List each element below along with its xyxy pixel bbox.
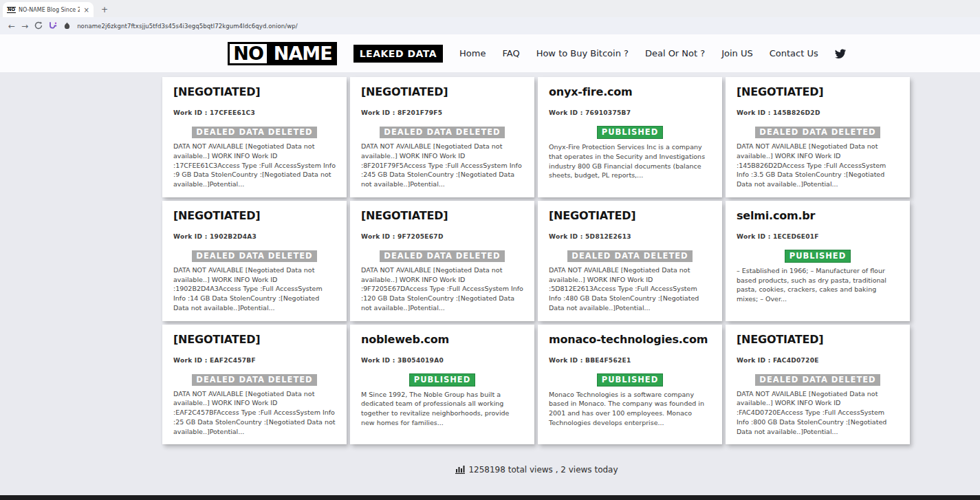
status-badge: DEALED DATA DELETED bbox=[755, 374, 880, 386]
reload-icon[interactable] bbox=[34, 21, 43, 31]
leaked-data-badge: LEAKED DATA bbox=[353, 45, 443, 63]
leak-card[interactable]: [NEGOTIATED] Work ID : 1902B2D4A3 DEALED… bbox=[162, 201, 347, 321]
nav-faq[interactable]: FAQ bbox=[502, 48, 519, 58]
card-description: M Since 1992, The Noble Group has built … bbox=[361, 390, 523, 428]
work-id: Work ID : FAC4D0720E bbox=[737, 357, 899, 364]
nav-contact-us[interactable]: Contact Us bbox=[770, 48, 818, 58]
nav-deal-or-not[interactable]: Deal Or Not ? bbox=[645, 48, 705, 58]
views-text: 1258198 total views , 2 views today bbox=[468, 465, 618, 475]
card-description: DATA NOT AVAILABLE [Negotiated Data not … bbox=[173, 389, 336, 437]
work-id: Work ID : 1902B2D4A3 bbox=[173, 233, 336, 240]
card-description: DATA NOT AVAILABLE [Negotiated Data not … bbox=[737, 389, 899, 437]
work-id: Work ID : EAF2C457BF bbox=[173, 357, 336, 364]
card-title[interactable]: [NEGOTIATED] bbox=[549, 209, 711, 222]
url-bar[interactable]: noname2j6zkgnt7ftxsjju5tfd3s45s4i3egq5bq… bbox=[77, 23, 298, 30]
leak-card[interactable]: [NEGOTIATED] Work ID : 145B826D2D DEALED… bbox=[726, 77, 910, 197]
browser-tab-bar: NO NO-NAME Blog Since 2020 – 20 × + bbox=[0, 0, 980, 17]
forward-icon[interactable]: → bbox=[21, 22, 28, 30]
work-id: Work ID : 3B054019A0 bbox=[361, 357, 523, 364]
cards-grid: [NEGOTIATED] Work ID : 17CFEE61C3 DEALED… bbox=[162, 77, 911, 444]
card-title[interactable]: [NEGOTIATED] bbox=[173, 85, 336, 98]
status-badge: DEALED DATA DELETED bbox=[755, 127, 880, 138]
twitter-icon[interactable] bbox=[835, 49, 846, 58]
site-favicon: NO bbox=[7, 7, 16, 13]
status-badge: DEALED DATA DELETED bbox=[567, 250, 692, 262]
card-description: DATA NOT AVAILABLE [Negotiated Data not … bbox=[361, 142, 523, 189]
card-title[interactable]: [NEGOTIATED] bbox=[361, 85, 523, 98]
card-description: DATA NOT AVAILABLE [Negotiated Data not … bbox=[737, 142, 899, 189]
extension-icon[interactable] bbox=[49, 19, 57, 32]
status-badge: PUBLISHED bbox=[409, 373, 475, 387]
status-badge: PUBLISHED bbox=[597, 126, 663, 139]
leak-card[interactable]: [NEGOTIATED] Work ID : EAF2C457BF DEALED… bbox=[162, 325, 347, 445]
leak-card[interactable]: monaco-technologies.com Work ID : BBE4F5… bbox=[538, 325, 722, 445]
nav-join-us[interactable]: Join US bbox=[721, 48, 753, 58]
card-title[interactable]: onyx-fire.com bbox=[549, 85, 711, 98]
back-icon[interactable]: ← bbox=[8, 22, 15, 30]
status-badge: PUBLISHED bbox=[597, 373, 663, 387]
card-title[interactable]: [NEGOTIATED] bbox=[173, 333, 336, 346]
status-badge: DEALED DATA DELETED bbox=[192, 374, 316, 386]
card-description: DATA NOT AVAILABLE [Negotiated Data not … bbox=[549, 265, 711, 313]
bar-chart-icon bbox=[455, 465, 466, 474]
leak-card[interactable]: [NEGOTIATED] Work ID : 8F201F79F5 DEALED… bbox=[350, 77, 534, 197]
status-badge: DEALED DATA DELETED bbox=[380, 127, 504, 138]
site-footer: OUR TOR LINKS Http://Noname2j6zkgnt7ftxs… bbox=[0, 495, 980, 500]
nav-how-to-buy-bitcoin[interactable]: How to Buy Bitcoin ? bbox=[536, 48, 629, 58]
leak-card[interactable]: nobleweb.com Work ID : 3B054019A0 PUBLIS… bbox=[350, 325, 534, 445]
status-badge: DEALED DATA DELETED bbox=[380, 250, 504, 262]
status-badge: PUBLISHED bbox=[785, 250, 851, 263]
card-title[interactable]: [NEGOTIATED] bbox=[361, 209, 523, 222]
browser-toolbar: ← → noname2j6zkgnt7ftxsjju5tfd3s45s4i3eg… bbox=[0, 17, 980, 34]
status-badge: DEALED DATA DELETED bbox=[192, 250, 316, 262]
leak-card[interactable]: [NEGOTIATED] Work ID : 5D812E2613 DEALED… bbox=[538, 201, 722, 321]
work-id: Work ID : BBE4F562E1 bbox=[549, 357, 711, 364]
work-id: Work ID : 145B826D2D bbox=[737, 109, 899, 116]
card-title[interactable]: monaco-technologies.com bbox=[549, 333, 711, 346]
leak-card[interactable]: [NEGOTIATED] Work ID : FAC4D0720E DEALED… bbox=[726, 325, 910, 445]
work-id: Work ID : 9F7205E67D bbox=[361, 233, 523, 240]
leak-card[interactable]: onyx-fire.com Work ID : 76910375B7 PUBLI… bbox=[538, 77, 722, 197]
new-tab-button[interactable]: + bbox=[98, 3, 111, 17]
leak-card[interactable]: [NEGOTIATED] Work ID : 17CFEE61C3 DEALED… bbox=[162, 77, 347, 197]
work-id: Work ID : 17CFEE61C3 bbox=[173, 109, 336, 116]
card-title[interactable]: selmi.com.br bbox=[737, 209, 899, 222]
leak-card[interactable]: selmi.com.br Work ID : 1ECED6E01F PUBLIS… bbox=[726, 201, 910, 321]
logo-name: NAME bbox=[269, 42, 337, 65]
work-id: Work ID : 8F201F79F5 bbox=[361, 109, 523, 116]
card-description: DATA NOT AVAILABLE [Negotiated Data not … bbox=[173, 142, 336, 189]
tab-close-icon[interactable]: × bbox=[84, 6, 89, 14]
tab-title: NO-NAME Blog Since 2020 – 20 bbox=[19, 7, 80, 13]
card-description: DATA NOT AVAILABLE [Negotiated Data not … bbox=[173, 265, 336, 313]
main-nav: Home FAQ How to Buy Bitcoin ? Deal Or No… bbox=[459, 48, 846, 58]
site-header: NO NAME LEAKED DATA Home FAQ How to Buy … bbox=[0, 34, 980, 72]
work-id: Work ID : 1ECED6E01F bbox=[737, 233, 899, 240]
work-id: Work ID : 76910375B7 bbox=[549, 109, 711, 116]
card-description: DATA NOT AVAILABLE [Negotiated Data not … bbox=[361, 265, 523, 313]
card-title[interactable]: nobleweb.com bbox=[361, 333, 523, 346]
leak-card[interactable]: [NEGOTIATED] Work ID : 9F7205E67D DEALED… bbox=[350, 201, 534, 321]
card-title[interactable]: [NEGOTIATED] bbox=[173, 209, 336, 222]
status-badge: DEALED DATA DELETED bbox=[192, 127, 316, 138]
work-id: Work ID : 5D812E2613 bbox=[549, 233, 711, 240]
card-description: Monaco Technologies is a software compan… bbox=[549, 390, 711, 428]
card-description: Onyx-Fire Protection Services Inc is a c… bbox=[549, 142, 711, 180]
nav-home[interactable]: Home bbox=[459, 48, 486, 58]
site-logo[interactable]: NO NAME bbox=[228, 42, 336, 65]
onion-icon[interactable] bbox=[63, 19, 71, 32]
logo-no: NO bbox=[228, 42, 269, 65]
browser-tab[interactable]: NO NO-NAME Blog Since 2020 – 20 × bbox=[3, 2, 94, 17]
card-title[interactable]: [NEGOTIATED] bbox=[737, 85, 899, 98]
card-title[interactable]: [NEGOTIATED] bbox=[737, 333, 899, 346]
card-description: – Established in 1966; – Manufacturer of… bbox=[737, 266, 899, 304]
main-content: [NEGOTIATED] Work ID : 17CFEE61C3 DEALED… bbox=[0, 72, 980, 475]
views-counter: 1258198 total views , 2 views today bbox=[162, 465, 911, 475]
